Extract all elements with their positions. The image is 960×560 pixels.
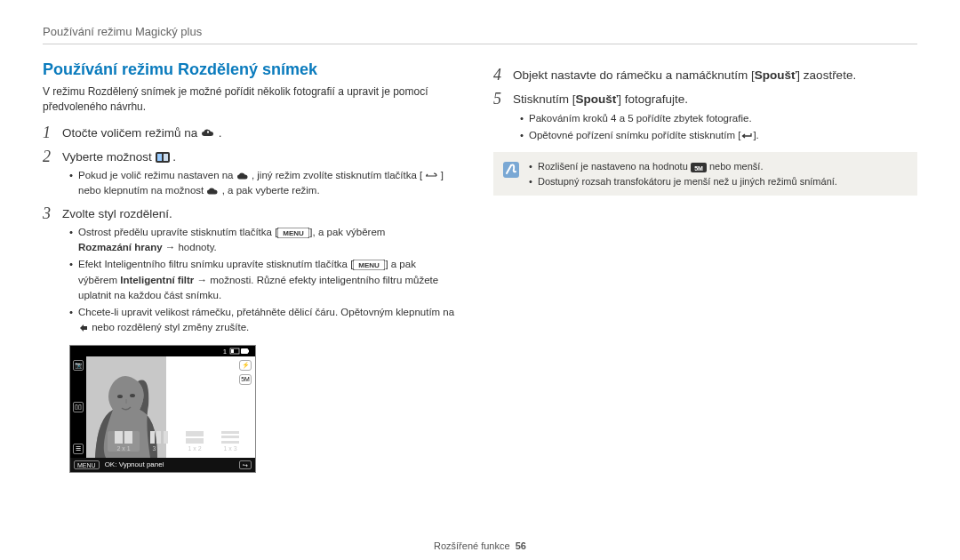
step-2-text: Vyberte možnost <box>62 150 156 164</box>
step-2: 2 Vyberte možnost . <box>43 148 467 166</box>
camera-ok-label: OK: Vypnout panel <box>105 460 164 468</box>
camera-preview: 1 📷 ▯▯ ☰ <box>69 345 256 473</box>
step-number: 1 <box>43 124 62 142</box>
step-3-text: Zvolte styl rozdělení. <box>62 204 172 223</box>
step-number: 4 <box>493 66 513 84</box>
page-footer: Rozšířené funkce 56 <box>0 540 960 551</box>
svg-rect-3 <box>164 154 168 161</box>
return-icon <box>740 132 753 140</box>
shutter-label: Spoušť <box>576 92 619 106</box>
step-3-bullet-2: Efekt Inteligentního filtru snímku uprav… <box>69 257 467 303</box>
step-1-text: Otočte voličem režimů na <box>62 126 201 140</box>
layout-option-1x3[interactable]: 1 x 3 <box>214 431 246 452</box>
note-line-1: Rozlišení je nastaveno na hodnotu 5M neb… <box>529 159 837 174</box>
page-number: 56 <box>516 540 526 551</box>
step-5-text-c: ] fotografujte. <box>618 92 688 106</box>
step-number: 3 <box>43 204 62 223</box>
svg-rect-16 <box>503 162 519 178</box>
svg-point-14 <box>117 395 123 398</box>
camera-split-icon: ▯▯ <box>73 402 84 412</box>
layout-options-bar: 2 x 1 3 x 1 1 x 2 1 x 3 <box>108 429 250 454</box>
shutter-label: Spoušť <box>755 68 797 82</box>
layout-option-1x2[interactable]: 1 x 2 <box>179 431 211 452</box>
layout-option-3x1[interactable]: 3 x 1 <box>143 431 175 452</box>
battery-icon: 1 <box>223 348 250 356</box>
svg-text:MENU: MENU <box>359 261 380 269</box>
note-icon <box>502 161 520 182</box>
menu-button-icon: MENU <box>277 228 309 238</box>
step-number: 2 <box>43 148 62 166</box>
step-4: 4 Objekt nastavte do rámečku a namáčknut… <box>493 66 917 84</box>
svg-rect-0 <box>207 132 209 133</box>
footer-label: Rozšířené funkce <box>434 540 510 551</box>
resolution-icon: 5M <box>239 374 252 385</box>
camera-mode-icon: 📷 <box>73 360 84 371</box>
step-5-bullet-1: Pakováním kroků 4 a 5 pořídíte zbytek fo… <box>520 111 917 126</box>
layout-option-2x1[interactable]: 2 x 1 <box>108 431 140 452</box>
step-1-dot: . <box>219 126 222 140</box>
step-2-bullet: Pokud je volič režimu nastaven na , jiný… <box>69 168 467 199</box>
svg-rect-11 <box>241 348 248 354</box>
camera-left-icons: 📷 ▯▯ ☰ <box>70 356 86 458</box>
reset-icon <box>78 323 89 333</box>
note-box: Rozlišení je nastaveno na hodnotu 5M neb… <box>493 152 917 196</box>
camera-menu-button[interactable]: MENU <box>74 460 100 469</box>
step-3-bullet-3: Chcete-li upravit velikost rámečku, přet… <box>69 305 467 336</box>
menu-button-icon: MENU <box>353 260 385 270</box>
step-number: 5 <box>493 90 513 108</box>
section-title: Používání režimu Rozdělený snímek <box>43 60 467 79</box>
svg-point-15 <box>130 394 135 397</box>
step-5-bullet-2: Opětovné pořízení snímku pořídíte stiskn… <box>520 128 917 143</box>
step-4-text-c: ] zaostřete. <box>796 68 856 82</box>
breadcrumb: Používání režimu Magický plus <box>43 25 917 44</box>
step-2-dot: . <box>172 150 176 164</box>
mode-dial-icon <box>236 172 249 181</box>
note-line-2: Dostupný rozsah transfokátoru je menší n… <box>529 174 837 189</box>
5m-res-icon: 5M <box>691 163 707 172</box>
intro-text: V režimu Rozdělený snímek je možné poříd… <box>43 84 467 115</box>
svg-rect-12 <box>248 349 249 352</box>
return-icon <box>425 172 437 180</box>
step-3: 3 Zvolte styl rozdělení. <box>43 204 467 223</box>
step-4-text-a: Objekt nastavte do rámečku a namáčknutím… <box>513 68 755 82</box>
svg-rect-2 <box>157 154 162 161</box>
step-3-bullet-1: Ostrost předělu upravíte stisknutím tlač… <box>69 225 467 256</box>
mode-dial-icon <box>201 128 215 139</box>
step-1: 1 Otočte voličem režimů na . <box>43 124 467 142</box>
svg-rect-10 <box>231 349 234 353</box>
mode-dial-icon <box>206 187 219 196</box>
step-5-text-a: Stisknutím [ <box>513 92 576 106</box>
svg-text:5M: 5M <box>694 164 703 171</box>
camera-settings-icon: ☰ <box>73 444 84 454</box>
split-mode-icon <box>156 152 170 163</box>
camera-share-button[interactable]: ↪ <box>239 460 252 469</box>
step-5: 5 Stisknutím [Spoušť] fotografujte. <box>493 90 917 108</box>
svg-text:1: 1 <box>223 348 227 355</box>
svg-text:MENU: MENU <box>284 229 305 237</box>
flash-icon: ⚡ <box>239 360 252 371</box>
